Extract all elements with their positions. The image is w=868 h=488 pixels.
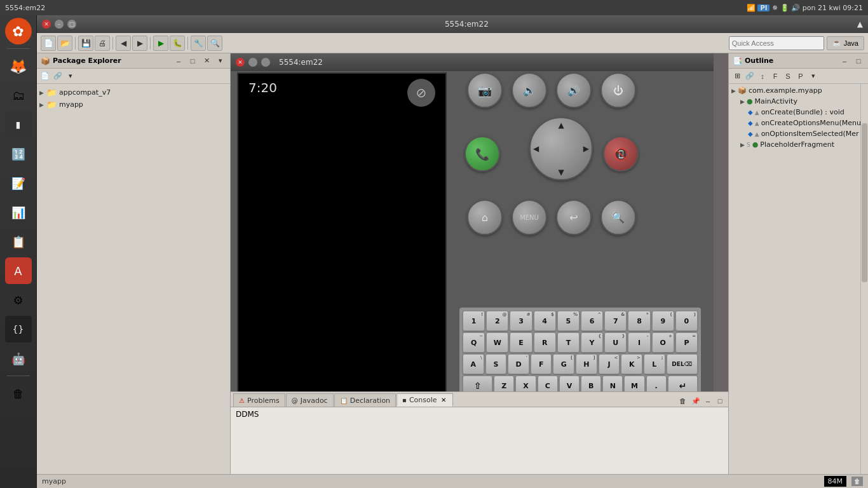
key-t[interactable]: T xyxy=(557,332,580,353)
key-q[interactable]: Q~ xyxy=(463,332,485,353)
outline-item-mainactivity[interactable]: ▶ ● MainActivity xyxy=(730,96,867,107)
dock-item-spreadsheet[interactable]: 📊 xyxy=(5,199,32,226)
key-d[interactable]: D' xyxy=(508,354,529,374)
camera-button[interactable]: 📷 xyxy=(467,72,503,108)
java-perspective-button[interactable]: ☕ Java xyxy=(827,36,864,50)
window-maximize-button[interactable]: □ xyxy=(67,20,76,29)
dock-item-firefox[interactable]: 🦊 xyxy=(5,53,32,79)
key-2[interactable]: 2@ xyxy=(486,311,508,331)
pe-link-button[interactable]: 🔗 xyxy=(52,71,64,82)
outline-item-oncreate[interactable]: ◆ ▲ onCreate(Bundle) : void xyxy=(730,107,867,118)
dock-item-writer[interactable]: 📝 xyxy=(5,170,32,196)
key-f[interactable]: F xyxy=(531,354,552,374)
vol-down-button[interactable]: 🔈 xyxy=(512,72,547,108)
key-w[interactable]: W xyxy=(486,332,508,353)
dock-item-terminal[interactable]: ▮ xyxy=(5,111,32,138)
key-del[interactable]: DEL⌫ xyxy=(667,354,698,374)
open-button[interactable]: 📂 xyxy=(57,36,72,51)
dock-item-calc[interactable]: 🔢 xyxy=(5,140,32,167)
call-button[interactable]: 📞 xyxy=(465,136,500,172)
console-pin-button[interactable]: 📌 xyxy=(690,395,702,407)
gc-button[interactable]: 🗑 xyxy=(851,477,863,486)
outline-menu-button[interactable]: ▾ xyxy=(808,71,819,82)
key-enter[interactable]: ↵ xyxy=(668,376,698,391)
dock-item-files[interactable]: 🗂 xyxy=(5,82,32,109)
key-h[interactable]: H] xyxy=(576,354,597,374)
pe-menu-button[interactable]: ▾ xyxy=(215,55,226,67)
pe-close-button[interactable]: ✕ xyxy=(201,55,212,67)
dpad-circle[interactable]: ▲ ▼ ◀ ▶ xyxy=(529,117,593,180)
key-period[interactable]: . xyxy=(646,376,667,391)
save-button[interactable]: 💾 xyxy=(78,36,93,51)
console-minimize-button[interactable]: – xyxy=(702,395,714,407)
window-close-button[interactable]: ✕ xyxy=(42,20,51,29)
outline-item-package[interactable]: ▶ 📦 com.example.myapp xyxy=(730,85,867,96)
key-p[interactable]: P= xyxy=(675,332,698,353)
key-g[interactable]: G[ xyxy=(553,354,574,374)
key-7[interactable]: 7& xyxy=(604,311,627,331)
key-y[interactable]: Y{ xyxy=(581,332,603,353)
tree-item-appcompat[interactable]: ▶ 📁 appcompat_v7 xyxy=(39,86,227,98)
key-1[interactable]: 1! xyxy=(463,311,485,331)
vol-up-button[interactable]: 🔊 xyxy=(556,72,592,108)
menu-button[interactable]: MENU xyxy=(512,200,547,235)
key-0[interactable]: 0) xyxy=(675,311,698,331)
tree-item-myapp[interactable]: ▶ 📁 myapp xyxy=(39,98,227,111)
console-maximize-button[interactable]: □ xyxy=(714,395,726,407)
outline-minimize-button[interactable]: – xyxy=(839,55,850,67)
home-button[interactable]: ⌂ xyxy=(467,200,503,235)
end-call-button[interactable]: 📵 xyxy=(603,136,639,172)
tab-console[interactable]: ▪ Console ✕ xyxy=(397,393,452,407)
key-b[interactable]: B xyxy=(581,376,601,391)
ubuntu-logo[interactable]: ✿ xyxy=(5,18,32,44)
key-r[interactable]: R xyxy=(534,332,556,353)
key-n[interactable]: N xyxy=(602,376,623,391)
key-i[interactable]: I- xyxy=(628,332,650,353)
key-o[interactable]: O+ xyxy=(652,332,674,353)
key-4[interactable]: 4$ xyxy=(534,311,556,331)
search-button[interactable]: 🔍 xyxy=(207,36,222,51)
run-button[interactable]: ▶ xyxy=(153,36,168,51)
pe-new-button[interactable]: 📄 xyxy=(39,71,51,82)
outline-scroll-thumb[interactable] xyxy=(862,123,867,282)
key-shift[interactable]: ⇧ xyxy=(463,376,492,391)
key-z[interactable]: Z xyxy=(494,376,514,391)
pe-expand-button[interactable]: ▾ xyxy=(65,71,76,82)
dock-item-installer[interactable]: A xyxy=(5,257,32,284)
console-close-button[interactable]: ✕ xyxy=(440,396,447,403)
debug-button[interactable]: 🐛 xyxy=(170,36,185,51)
dock-item-brackets[interactable]: {} xyxy=(5,316,32,342)
dock-item-trash[interactable]: 🗑 xyxy=(5,380,32,407)
outline-hide-static-button[interactable]: S xyxy=(782,71,794,82)
emu-close-button[interactable]: ✕ xyxy=(236,58,245,67)
tab-declaration[interactable]: 📋 Declaration xyxy=(334,393,396,407)
print-button[interactable]: 🖨 xyxy=(95,36,110,51)
outline-link-button[interactable]: 🔗 xyxy=(744,71,756,82)
key-m[interactable]: M xyxy=(624,376,644,391)
key-u[interactable]: U} xyxy=(604,332,627,353)
key-l[interactable]: L; xyxy=(644,354,665,374)
outline-sort-button[interactable]: ↕ xyxy=(757,71,768,82)
new-button[interactable]: 📄 xyxy=(41,36,56,51)
pe-minimize-button[interactable]: – xyxy=(173,55,184,67)
dock-item-android[interactable]: 🤖 xyxy=(5,345,32,372)
search-nav-button[interactable]: 🔍 xyxy=(600,200,636,235)
dock-item-impress[interactable]: 📋 xyxy=(5,228,32,255)
outline-item-placeholderfragment[interactable]: ▶ S ● PlaceholderFragment xyxy=(730,139,867,150)
outline-hide-fields-button[interactable]: F xyxy=(770,71,781,82)
forward-button[interactable]: ▶ xyxy=(132,36,147,51)
window-minimize-button[interactable]: – xyxy=(55,20,64,29)
power-button[interactable]: ⏻ xyxy=(600,72,636,108)
quick-access-input[interactable] xyxy=(729,36,824,50)
console-clear-button[interactable]: 🗑 xyxy=(677,395,688,407)
key-s[interactable]: S xyxy=(485,354,507,374)
key-6[interactable]: 6^ xyxy=(581,311,603,331)
outline-hide-nonpublic-button[interactable]: P xyxy=(795,71,806,82)
key-8[interactable]: 8* xyxy=(628,311,650,331)
key-c[interactable]: C xyxy=(538,376,558,391)
key-k[interactable]: K> xyxy=(621,354,642,374)
outline-vscrollbar[interactable] xyxy=(860,84,868,480)
key-a[interactable]: A\ xyxy=(463,354,484,374)
outline-item-oncreateoptionsmenu[interactable]: ◆ ▲ onCreateOptionsMenu(Menu xyxy=(730,118,867,128)
back-nav-button[interactable]: ↩ xyxy=(556,200,592,235)
